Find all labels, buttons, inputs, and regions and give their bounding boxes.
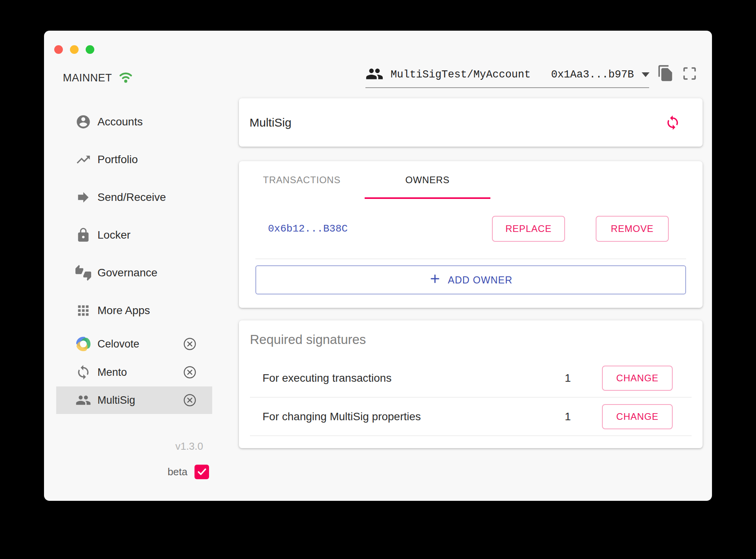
chevron-down-icon bbox=[642, 72, 650, 77]
signature-count: 1 bbox=[556, 372, 580, 384]
account-address: 0x1Aa3...b97B bbox=[551, 69, 634, 81]
app-version: v1.3.0 bbox=[134, 440, 203, 452]
signature-count: 1 bbox=[556, 410, 580, 423]
window-controls bbox=[54, 45, 94, 54]
sidebar-item-label: Mento bbox=[97, 366, 127, 379]
people-icon bbox=[75, 392, 91, 408]
app-window: MAINNET MultiSigTest/MyAccount 0x1Aa3...… bbox=[44, 31, 712, 501]
sidebar-item-label: Accounts bbox=[97, 116, 143, 128]
page-title: MultiSig bbox=[250, 116, 292, 129]
signature-row-label: For changing MultiSig properties bbox=[262, 410, 556, 423]
signature-row-label: For executing transactions bbox=[262, 372, 556, 384]
sidebar-item-label: More Apps bbox=[97, 304, 150, 317]
sidebar-item-label: Governance bbox=[97, 267, 158, 279]
tab-owners[interactable]: OWNERS bbox=[365, 161, 490, 199]
trending-up-icon bbox=[75, 152, 91, 167]
network-label: MAINNET bbox=[63, 72, 112, 84]
lock-icon bbox=[75, 227, 91, 243]
sidebar-item-label: Send/Receive bbox=[97, 191, 166, 204]
copy-address-button[interactable] bbox=[657, 64, 674, 82]
account-name: MultiSigTest/MyAccount bbox=[391, 69, 530, 81]
close-window-button[interactable] bbox=[54, 45, 63, 54]
sidebar-item-label: MultiSig bbox=[97, 394, 135, 406]
close-app-icon[interactable] bbox=[183, 394, 196, 407]
people-icon bbox=[365, 65, 384, 85]
close-app-icon[interactable] bbox=[183, 337, 196, 351]
beta-toggle-row: beta bbox=[134, 464, 209, 480]
sidebar-item-governance[interactable]: Governance bbox=[56, 262, 212, 284]
sidebar-item-multisig[interactable]: MultiSig bbox=[56, 386, 212, 414]
owner-row: 0x6b12...B38C REPLACE REMOVE bbox=[255, 199, 686, 259]
thumbs-up-down-icon bbox=[75, 265, 91, 281]
sidebar-item-mento[interactable]: Mento bbox=[56, 360, 212, 385]
sidebar-item-locker[interactable]: Locker bbox=[56, 224, 212, 246]
beta-checkbox[interactable] bbox=[195, 465, 209, 479]
zoom-window-button[interactable] bbox=[86, 45, 94, 54]
change-executing-button[interactable]: CHANGE bbox=[602, 366, 673, 391]
arrow-forward-icon bbox=[75, 189, 91, 205]
sidebar-item-more-apps[interactable]: More Apps bbox=[56, 300, 212, 322]
change-properties-button[interactable]: CHANGE bbox=[602, 404, 673, 429]
celovote-logo bbox=[75, 336, 91, 352]
sidebar-item-label: Celovote bbox=[97, 338, 139, 350]
account-selector[interactable]: MultiSigTest/MyAccount 0x1Aa3...b97B bbox=[365, 62, 649, 88]
multisig-header-card: MultiSig bbox=[239, 98, 703, 147]
account-circle-icon bbox=[75, 114, 91, 130]
owners-card: TRANSACTIONS OWNERS 0x6b12...B38C REPLAC… bbox=[239, 161, 703, 308]
add-owner-label: ADD OWNER bbox=[448, 274, 513, 286]
required-signatures-title: Required signatures bbox=[250, 320, 692, 359]
close-app-icon[interactable] bbox=[183, 366, 196, 379]
sync-icon bbox=[75, 364, 91, 380]
sidebar-item-send-receive[interactable]: Send/Receive bbox=[56, 186, 212, 208]
owner-address-link[interactable]: 0x6b12...B38C bbox=[268, 223, 348, 235]
apps-grid-icon bbox=[75, 303, 91, 318]
required-signatures-card: Required signatures For executing transa… bbox=[239, 320, 703, 448]
beta-label: beta bbox=[167, 466, 187, 478]
add-owner-button[interactable]: ADD OWNER bbox=[255, 265, 686, 294]
sidebar-item-label: Locker bbox=[97, 229, 130, 241]
wifi-icon bbox=[118, 71, 133, 85]
tab-bar: TRANSACTIONS OWNERS bbox=[239, 161, 703, 199]
plus-icon bbox=[429, 273, 441, 287]
sidebar-item-celovote[interactable]: Celovote bbox=[56, 331, 212, 357]
sidebar-item-accounts[interactable]: Accounts bbox=[56, 111, 212, 133]
network-status: MAINNET bbox=[63, 70, 133, 86]
active-tab-indicator bbox=[365, 197, 490, 199]
signature-row-properties: For changing MultiSig properties 1 CHANG… bbox=[250, 397, 692, 436]
refresh-icon[interactable] bbox=[665, 115, 681, 131]
fullscreen-icon[interactable] bbox=[681, 65, 698, 82]
sidebar-item-label: Portfolio bbox=[97, 153, 138, 166]
replace-owner-button[interactable]: REPLACE bbox=[492, 216, 565, 242]
minimize-window-button[interactable] bbox=[70, 45, 79, 54]
remove-owner-button[interactable]: REMOVE bbox=[596, 216, 669, 242]
signature-row-executing: For executing transactions 1 CHANGE bbox=[250, 359, 692, 397]
tab-transactions[interactable]: TRANSACTIONS bbox=[239, 161, 365, 199]
sidebar-item-portfolio[interactable]: Portfolio bbox=[56, 149, 212, 171]
